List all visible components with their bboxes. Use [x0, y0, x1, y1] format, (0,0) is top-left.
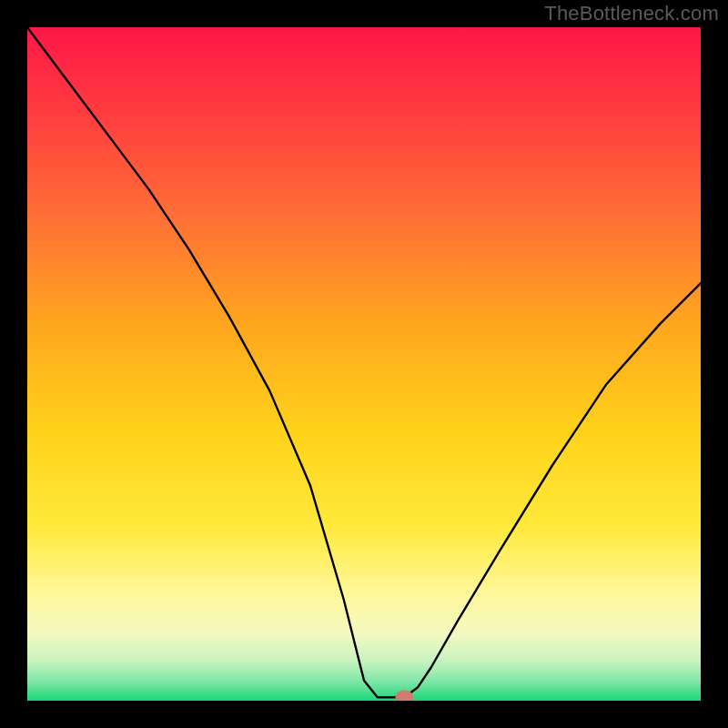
bottleneck-chart [27, 27, 701, 701]
plot-area [27, 27, 701, 701]
gradient-background [27, 27, 701, 701]
watermark-text: TheBottleneck.com [544, 2, 719, 25]
chart-frame: TheBottleneck.com [0, 0, 728, 728]
